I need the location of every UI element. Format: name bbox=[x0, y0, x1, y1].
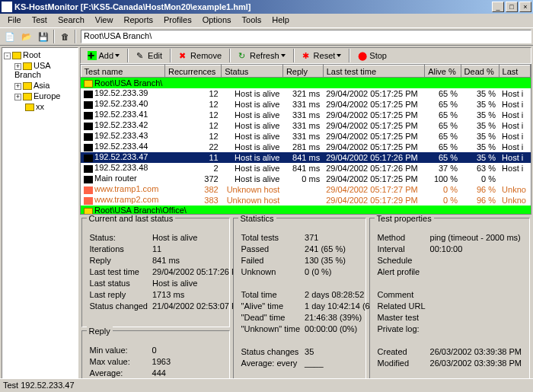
refresh-button[interactable]: ↻Refresh bbox=[233, 49, 291, 62]
panel-title: Current and last status bbox=[87, 215, 176, 223]
panel-row bbox=[240, 335, 387, 345]
menu-help[interactable]: Help bbox=[267, 15, 294, 26]
separator bbox=[75, 30, 76, 43]
menu-view[interactable]: View bbox=[91, 15, 118, 26]
close-button[interactable]: × bbox=[519, 2, 531, 12]
panel-row: Last reply1713 ms bbox=[88, 289, 246, 299]
panel-row: Min value:0 bbox=[88, 345, 223, 355]
add-icon: ✚ bbox=[88, 51, 97, 60]
add-button[interactable]: ✚Add bbox=[82, 49, 126, 62]
menu-tools[interactable]: Tools bbox=[238, 15, 266, 26]
remove-icon: ✖ bbox=[179, 51, 188, 60]
open-button[interactable]: 📂 bbox=[19, 29, 34, 44]
new-button[interactable]: 📄 bbox=[2, 29, 18, 44]
panel-row: Unknown0 (0 %) bbox=[240, 266, 387, 276]
reset-icon: ✱ bbox=[302, 51, 311, 60]
tree-item[interactable]: +USA Branch bbox=[4, 60, 76, 80]
edit-icon: ✎ bbox=[136, 51, 145, 60]
status-panel: Current and last status Status:Host is a… bbox=[81, 218, 230, 327]
panel-row: "Alive" time1 day 10:42:14 (61%) bbox=[240, 301, 387, 311]
reset-button[interactable]: ✱Reset bbox=[297, 49, 347, 62]
table-row[interactable]: 192.52.233.3912Host is alive321 ms29/04/… bbox=[81, 88, 530, 99]
table-row[interactable]: Root\USA Branch\ bbox=[81, 78, 530, 88]
panel-row: Status:Host is alive bbox=[88, 232, 246, 242]
tree-item[interactable]: +Asia bbox=[4, 80, 76, 91]
table-row[interactable]: www.tramp1.com382Unknown host29/04/2002 … bbox=[81, 184, 530, 195]
remove-button[interactable]: ✖Remove bbox=[174, 49, 227, 62]
reply-panel: Reply Min value:0Max value:1963Average:4… bbox=[81, 330, 230, 383]
panel-row: Max value:1963 bbox=[88, 356, 223, 366]
table-row[interactable]: 192.52.233.4312Host is alive331 ms29/04/… bbox=[81, 131, 530, 142]
panel-row: Master test bbox=[376, 312, 523, 322]
column-header[interactable]: Dead % bbox=[461, 65, 499, 78]
folder-icon bbox=[23, 93, 32, 100]
tree-view[interactable]: -Root +USA Branch +Asia +Europe xx bbox=[2, 47, 78, 386]
test-grid[interactable]: Test nameRecurrencesStatusReplyLast test… bbox=[80, 64, 531, 215]
table-row[interactable]: 192.52.233.4212Host is alive331 ms29/04/… bbox=[81, 120, 530, 131]
panel-row: Schedule bbox=[376, 255, 523, 265]
dropdown-icon bbox=[337, 54, 341, 57]
menu-test[interactable]: Test bbox=[27, 15, 52, 26]
menu-profiles[interactable]: Profiles bbox=[159, 15, 196, 26]
column-header[interactable]: Last test time bbox=[323, 65, 424, 78]
column-header[interactable]: Test name bbox=[81, 65, 164, 78]
expand-icon[interactable]: + bbox=[14, 94, 21, 100]
column-header[interactable]: Last bbox=[499, 65, 530, 78]
table-row[interactable]: 192.52.233.4422Host is alive281 ms29/04/… bbox=[81, 142, 530, 152]
panel-row: "Unknown" time00:00:00 (0%) bbox=[240, 323, 387, 333]
table-row[interactable]: Main router372Host is alive0 ms29/04/200… bbox=[81, 174, 530, 184]
table-row[interactable]: Root\USA Branch\Office\ bbox=[81, 206, 530, 215]
menu-reports[interactable]: Reports bbox=[119, 15, 158, 26]
row-icon bbox=[84, 101, 93, 109]
row-icon bbox=[84, 176, 93, 183]
table-row[interactable]: 192.52.233.482Host is alive841 ms29/04/2… bbox=[81, 163, 530, 174]
tree-item[interactable]: xx bbox=[4, 101, 76, 112]
column-header[interactable]: Alive % bbox=[425, 65, 461, 78]
tree-root[interactable]: -Root bbox=[4, 49, 76, 60]
folder-icon bbox=[12, 52, 21, 59]
panel-row: Reply841 ms bbox=[88, 255, 246, 265]
action-toolbar: ✚Add ✎Edit ✖Remove ↻Refresh ✱Reset ⬤Stop bbox=[80, 47, 531, 64]
save-icon: 💾 bbox=[38, 32, 49, 42]
table-row[interactable]: 192.52.233.4012Host is alive331 ms29/04/… bbox=[81, 99, 530, 110]
panel-row: Status changed21/04/2002 02:53:07 PM bbox=[88, 301, 246, 311]
panel-row: Average: every____ bbox=[240, 358, 387, 368]
table-row[interactable]: 192.52.233.4711Host is alive841 ms29/04/… bbox=[81, 152, 530, 163]
panel-title: Reply bbox=[87, 327, 113, 336]
delete-button[interactable]: 🗑 bbox=[57, 29, 72, 44]
tree-item[interactable]: +Europe bbox=[4, 91, 76, 101]
save-button[interactable]: 💾 bbox=[36, 29, 51, 44]
menu-search[interactable]: Search bbox=[53, 15, 89, 26]
separator bbox=[293, 49, 295, 62]
trash-icon: 🗑 bbox=[61, 32, 69, 41]
panel-row bbox=[240, 278, 387, 288]
panel-row: Alert profile bbox=[376, 266, 523, 276]
dropdown-icon bbox=[115, 54, 120, 57]
menu-bar: File Test Search View Reports Profiles O… bbox=[0, 14, 533, 27]
separator bbox=[170, 49, 171, 62]
column-header[interactable]: Status bbox=[222, 65, 283, 78]
panel-row: Related URL bbox=[376, 301, 523, 311]
expand-icon[interactable]: + bbox=[14, 63, 21, 70]
menu-file[interactable]: File bbox=[3, 15, 26, 26]
row-icon bbox=[84, 197, 93, 205]
row-icon bbox=[84, 133, 93, 141]
table-row[interactable]: www.tramp2.com383Unknown host29/04/2002 … bbox=[81, 195, 530, 206]
collapse-icon[interactable]: - bbox=[4, 53, 11, 59]
column-header[interactable]: Reply bbox=[282, 65, 323, 78]
expand-icon[interactable]: + bbox=[14, 83, 21, 90]
edit-button[interactable]: ✎Edit bbox=[131, 49, 168, 62]
table-row[interactable]: 192.52.233.4112Host is alive331 ms29/04/… bbox=[81, 110, 530, 120]
panel-row: Status changes35 bbox=[240, 346, 387, 356]
maximize-button[interactable]: □ bbox=[506, 2, 518, 12]
path-box[interactable]: Root\USA Branch\ bbox=[81, 30, 531, 43]
panel-row: Last statusHost is alive bbox=[88, 278, 246, 288]
column-header[interactable]: Recurrences bbox=[165, 65, 222, 78]
minimize-button[interactable]: _ bbox=[492, 2, 504, 12]
menu-options[interactable]: Options bbox=[198, 15, 236, 26]
panel-row: Methodping (timeout - 2000 ms) bbox=[376, 232, 523, 242]
app-icon bbox=[2, 2, 12, 12]
stats-panel: Statistics Total tests371Passed241 (65 %… bbox=[233, 218, 366, 383]
stop-button[interactable]: ⬤Stop bbox=[353, 49, 392, 62]
separator bbox=[229, 49, 231, 62]
